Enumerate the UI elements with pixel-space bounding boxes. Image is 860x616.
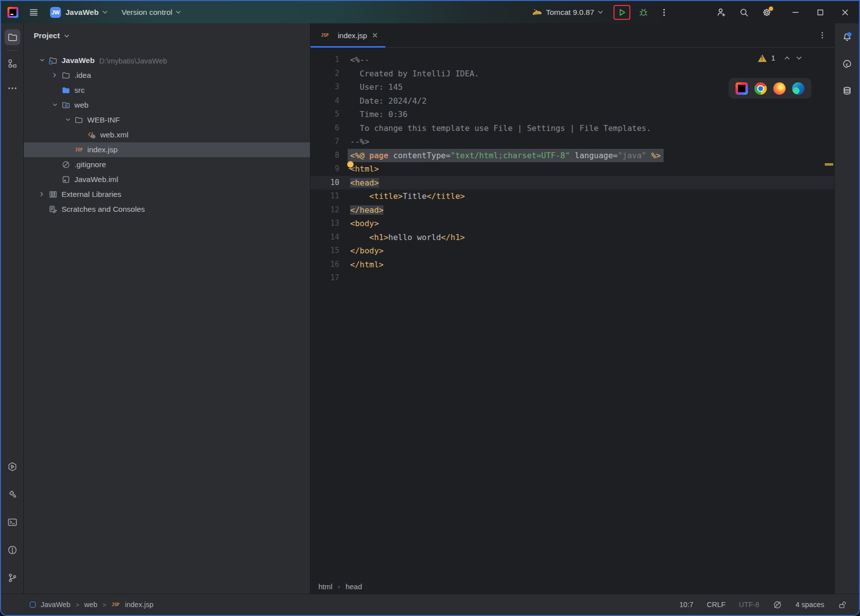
line-separator-widget[interactable]: CRLF xyxy=(707,601,726,609)
code-line-6[interactable]: 6 To change this template use File | Set… xyxy=(310,122,834,135)
code-line-9[interactable]: 9<html> xyxy=(310,162,834,176)
editor-body[interactable]: 1<%--2 Created by IntelliJ IDEA.3 User: … xyxy=(310,48,834,579)
project-tool-button[interactable] xyxy=(4,29,20,45)
close-tab-icon[interactable] xyxy=(371,32,378,39)
line-number[interactable]: 14 xyxy=(310,231,346,245)
line-number[interactable]: 10 xyxy=(310,176,346,190)
line-number[interactable]: 12 xyxy=(310,203,346,217)
settings-button[interactable] xyxy=(762,7,772,17)
tree-item-javaweb-iml[interactable]: JavaWeb.iml xyxy=(24,172,310,187)
line-number[interactable]: 16 xyxy=(310,258,346,272)
tab-index-jsp[interactable]: JSP index.jsp xyxy=(310,23,385,47)
breadcrumb-head[interactable]: head xyxy=(346,582,362,591)
firefox-browser-icon[interactable] xyxy=(773,82,786,95)
status-crumb-project[interactable]: JavaWeb xyxy=(41,601,70,609)
inspections-widget[interactable]: 1 xyxy=(758,54,802,62)
tree-item-src[interactable]: src xyxy=(24,83,310,98)
build-tool-button[interactable] xyxy=(4,487,20,502)
run-button[interactable] xyxy=(617,7,627,17)
project-panel-header[interactable]: Project xyxy=(24,23,310,48)
status-crumb-file[interactable]: index.jsp xyxy=(125,601,153,609)
editor-options-kebab[interactable] xyxy=(818,31,826,39)
problems-tool-button[interactable] xyxy=(4,542,20,558)
code-line-5[interactable]: 5 Time: 0:36 xyxy=(310,108,834,122)
code-line-14[interactable]: 14 <h1>hello world</h1> xyxy=(310,231,834,245)
inspection-highlight-icon[interactable] xyxy=(773,600,782,610)
line-number[interactable]: 4 xyxy=(310,94,346,108)
chevron-down-icon[interactable] xyxy=(36,56,49,65)
breadcrumb-html[interactable]: html xyxy=(318,582,332,591)
error-stripe-warning-mark[interactable] xyxy=(825,163,833,166)
line-number[interactable]: 7 xyxy=(310,135,346,149)
main-menu-button[interactable] xyxy=(29,7,39,17)
line-number[interactable]: 11 xyxy=(310,189,346,203)
intention-bulb-icon[interactable] xyxy=(347,161,354,168)
search-everywhere-button[interactable] xyxy=(739,7,749,17)
prev-warning-chevron-up-icon[interactable] xyxy=(784,55,791,62)
tree-item-index-jsp[interactable]: JSPindex.jsp xyxy=(24,142,310,157)
encoding-widget[interactable]: UTF-8 xyxy=(739,601,759,609)
tree-item-web-xml[interactable]: web.xml xyxy=(24,127,310,142)
tree-item--gitignore[interactable]: .gitignore xyxy=(24,157,310,172)
chevron-right-icon[interactable] xyxy=(49,71,61,80)
intellij-browser-icon[interactable] xyxy=(736,82,748,95)
line-number[interactable]: 3 xyxy=(310,80,346,94)
code-line-7[interactable]: 7--%> xyxy=(310,135,834,149)
code-line-11[interactable]: 11 <title>Title</title> xyxy=(310,189,834,203)
chrome-browser-icon[interactable] xyxy=(754,82,767,95)
run-configuration[interactable]: Tomcat 9.0.87 xyxy=(546,8,594,17)
code-line-15[interactable]: 15</body> xyxy=(310,244,834,258)
maximize-button[interactable] xyxy=(815,7,825,17)
vcs-widget[interactable]: Version control xyxy=(122,8,173,17)
chevron-down-icon[interactable] xyxy=(102,9,108,15)
tree-item-scratches-and-consoles[interactable]: Scratches and Consoles xyxy=(24,202,310,217)
caret-position-widget[interactable]: 10:7 xyxy=(679,601,693,609)
notifications-button[interactable] xyxy=(839,29,855,45)
code-line-13[interactable]: 13<body> xyxy=(310,217,834,231)
run-tool-button[interactable] xyxy=(4,459,20,475)
close-button[interactable] xyxy=(840,7,850,17)
line-number[interactable]: 6 xyxy=(310,122,346,135)
code-line-16[interactable]: 16</html> xyxy=(310,258,834,272)
project-widget[interactable]: JavaWeb xyxy=(65,8,99,17)
more-tool-windows-button[interactable] xyxy=(4,80,20,96)
line-number[interactable]: 13 xyxy=(310,217,346,231)
terminal-tool-button[interactable] xyxy=(4,514,20,530)
debug-button[interactable] xyxy=(638,7,649,17)
code-line-1[interactable]: 1<%-- xyxy=(310,53,834,67)
code-line-8[interactable]: 8<%@ page contentType="text/html;charset… xyxy=(310,149,834,163)
next-warning-chevron-down-icon[interactable] xyxy=(796,55,802,62)
chevron-down-icon[interactable] xyxy=(49,101,61,110)
line-number[interactable]: 1 xyxy=(310,53,346,67)
database-button[interactable] xyxy=(839,83,855,99)
edge-browser-icon[interactable] xyxy=(792,82,804,95)
unlocked-icon[interactable] xyxy=(838,600,847,610)
minimize-button[interactable] xyxy=(791,7,800,17)
chevron-right-icon[interactable] xyxy=(36,190,49,199)
ai-assistant-button[interactable] xyxy=(839,56,855,72)
line-number[interactable]: 9 xyxy=(310,162,346,176)
project-badge[interactable]: JW xyxy=(50,7,61,18)
line-number[interactable]: 2 xyxy=(310,67,346,81)
structure-tool-button[interactable] xyxy=(4,56,20,71)
indent-widget[interactable]: 4 spaces xyxy=(796,601,824,609)
version-control-tool-button[interactable] xyxy=(4,570,20,586)
chevron-down-icon[interactable] xyxy=(175,9,182,15)
line-number[interactable]: 15 xyxy=(310,244,346,258)
line-number[interactable]: 17 xyxy=(310,271,346,285)
chevron-down-icon[interactable] xyxy=(597,9,604,15)
tree-item--idea[interactable]: .idea xyxy=(24,68,310,83)
tree-item-javaweb[interactable]: JavaWebD:\mybatis\JavaWeb xyxy=(24,53,310,68)
chevron-down-icon[interactable] xyxy=(61,116,74,124)
tree-item-web-inf[interactable]: WEB-INF xyxy=(24,113,310,127)
more-actions-kebab[interactable] xyxy=(660,8,669,17)
status-crumb-web[interactable]: web xyxy=(84,601,98,609)
code-line-10[interactable]: 10<head> xyxy=(310,176,834,190)
code-line-12[interactable]: 12</head> xyxy=(310,203,834,217)
code-with-me-button[interactable] xyxy=(716,7,726,17)
code-line-17[interactable]: 17 xyxy=(310,271,834,285)
tree-item-web[interactable]: web xyxy=(24,98,310,113)
line-number[interactable]: 8 xyxy=(310,149,346,163)
line-number[interactable]: 5 xyxy=(310,108,346,122)
tree-item-external-libraries[interactable]: External Libraries xyxy=(24,187,310,202)
